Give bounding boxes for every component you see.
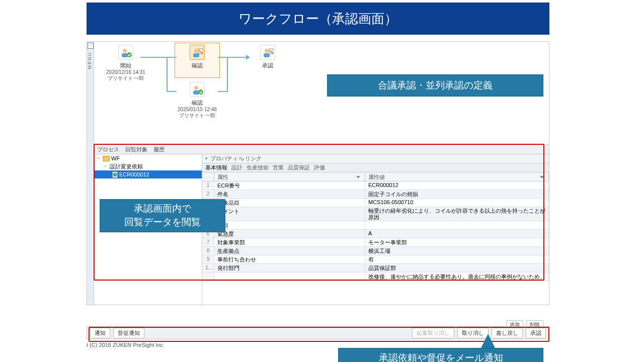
- table-row[interactable]: 4コメント軸受けの経年劣化により、コイルが許容できる以上の熱を持ったことが原因: [202, 207, 549, 221]
- table-row[interactable]: 9事前打ち合わせ有: [202, 255, 549, 264]
- sort-icon[interactable]: [539, 173, 545, 179]
- col-val-header: 属性値: [368, 173, 385, 180]
- table-row[interactable]: 改修後、速やかに納品する必要性あり。過去に同様の事例がないため、: [202, 273, 549, 281]
- wrench-icon: [204, 156, 209, 161]
- row-attr: [214, 273, 365, 281]
- wf-node-label: 確認: [175, 62, 220, 69]
- screen-title: ワークフロー（承認画面）: [87, 3, 549, 35]
- link-icon: [239, 156, 244, 161]
- sort-icon[interactable]: [356, 173, 362, 179]
- table-row[interactable]: 5期日: [202, 221, 549, 230]
- wf-node-label: 承認: [245, 62, 290, 69]
- subtab-eval[interactable]: 評価: [314, 164, 325, 171]
- notify-button[interactable]: 通知: [90, 328, 110, 338]
- process-tabs: プロセス 回覧対象 履歴: [94, 144, 549, 154]
- row-attr: 対象事業部: [214, 238, 365, 246]
- row-val: 有: [365, 255, 549, 263]
- table-row[interactable]: 1ECR番号ECR000012: [202, 182, 549, 190]
- sub-tabs: 基本情報 設計 生産技術 営業 品質保証 評価: [202, 163, 549, 172]
- subtab-basic[interactable]: 基本情報: [205, 164, 227, 171]
- row-attr: 発行部門: [214, 264, 365, 272]
- tree-root[interactable]: − WF: [94, 154, 202, 162]
- person-check-icon: [190, 82, 205, 97]
- table-row[interactable]: 8生産拠点横浜工場: [202, 247, 549, 255]
- table-row[interactable]: 3対象品目MCS106-0500710: [202, 199, 549, 207]
- property-grid: 属性 属性値 1ECR番号ECR0000122件名固定子コイルの焼損3対象品目M…: [202, 172, 549, 305]
- row-num: 8: [202, 247, 214, 255]
- tab-routing[interactable]: 回覧対象: [125, 146, 147, 153]
- row-val: 改修後、速やかに納品する必要性あり。過去に同様の事例がないため、: [365, 273, 549, 281]
- tree-branch[interactable]: − 設計変更依頼: [94, 162, 202, 170]
- callout-pointer: [481, 334, 495, 348]
- tab-link[interactable]: リンク: [245, 155, 262, 162]
- tab-properties[interactable]: プロパティ: [210, 155, 238, 162]
- menu-strap: − MENU: [87, 42, 94, 305]
- subtab-design[interactable]: 設計: [231, 164, 243, 171]
- folder-icon: [103, 156, 110, 161]
- document-icon: [112, 171, 118, 178]
- subtab-production[interactable]: 生産技術: [247, 164, 269, 171]
- row-attr: ECR番号: [214, 182, 365, 190]
- subtab-qa[interactable]: 品質保証: [288, 164, 310, 171]
- col-attr-header: 属性: [217, 173, 228, 180]
- svg-point-0: [123, 49, 127, 53]
- wf-node-start[interactable]: 開始 2020/12/16 14:31 プリサイト 一郎: [103, 45, 148, 82]
- wf-node-approve[interactable]: 承認: [245, 45, 290, 69]
- remind-button[interactable]: 督促通知: [113, 328, 144, 338]
- callout-mail-notify: 承認依頼や督促をメール通知: [338, 348, 543, 362]
- svg-point-8: [198, 89, 203, 95]
- revoke-button: 起案取り消し: [412, 328, 454, 338]
- row-val: モーター事業部: [365, 238, 549, 246]
- tab-process[interactable]: プロセス: [97, 146, 119, 153]
- person-edit-icon: [190, 45, 205, 60]
- person-check-icon: [118, 45, 133, 60]
- tree-leaf-selected[interactable]: ECR000012: [94, 170, 202, 178]
- subtab-sales[interactable]: 営業: [273, 164, 284, 171]
- row-val: 固定子コイルの焼損: [365, 190, 549, 198]
- callout-browse-data: 承認画面内で 回覧データを閲覧: [100, 199, 225, 232]
- table-row[interactable]: 10発行部門品質保証部: [202, 264, 549, 273]
- right-pane: プロパティ リンク 基本情報 設計 生産技術 営業 品質保証 評価 属性: [202, 154, 549, 305]
- wf-node-label: 確認: [175, 99, 220, 107]
- row-val: A: [365, 230, 549, 238]
- svg-point-6: [194, 86, 198, 90]
- wf-node-label: 開始: [103, 62, 148, 69]
- row-attr: 緊急度: [214, 230, 365, 238]
- row-num: 1: [202, 182, 214, 190]
- row-val: 軸受けの経年劣化により、コイルが許容できる以上の熱を持ったことが原因: [365, 207, 549, 221]
- approve-button[interactable]: 承認: [526, 328, 546, 338]
- row-attr: 生産拠点: [214, 247, 365, 255]
- svg-point-2: [127, 52, 132, 57]
- row-attr: 件名: [214, 190, 365, 198]
- table-row[interactable]: 6緊急度A: [202, 230, 549, 238]
- svg-point-9: [265, 49, 269, 53]
- row-num: [202, 273, 214, 281]
- row-num: 2: [202, 190, 214, 198]
- right-tabs: プロパティ リンク: [202, 154, 549, 163]
- wf-node-confirm-2[interactable]: 確認 2025/01/15 12:48 プリサイト 一郎: [175, 82, 220, 119]
- person-edit-icon: [260, 45, 275, 60]
- row-num: 7: [202, 238, 214, 246]
- row-attr: 事前打ち合わせ: [214, 255, 365, 263]
- table-row[interactable]: 2件名固定子コイルの焼損: [202, 190, 549, 199]
- row-attr: 対象品目: [214, 199, 365, 207]
- row-val: 横浜工場: [365, 247, 549, 255]
- row-val: MCS106-0500710: [365, 199, 549, 207]
- svg-rect-4: [193, 53, 199, 57]
- action-bar: 通知 督促通知 起案取り消し 取り消し 差し戻し 承認: [87, 326, 549, 339]
- tab-history[interactable]: 履歴: [153, 146, 165, 153]
- copyright: t (C) 2016 ZUKEN PreSight Inc: [87, 342, 163, 348]
- row-num: 9: [202, 255, 214, 263]
- menu-label: MENU: [87, 52, 92, 69]
- svg-point-3: [194, 49, 198, 53]
- callout-parallel-approval: 合議承認・並列承認の定義: [327, 74, 543, 97]
- sendback-button[interactable]: 差し戻し: [492, 328, 523, 338]
- svg-rect-10: [264, 53, 270, 57]
- table-row[interactable]: 7対象事業部モーター事業部: [202, 238, 549, 247]
- row-num: 10: [202, 264, 214, 272]
- row-attr: コメント: [214, 207, 365, 221]
- row-val: 品質保証部: [365, 264, 549, 272]
- menu-toggle-icon[interactable]: −: [88, 43, 94, 49]
- row-val: ECR000012: [365, 182, 549, 190]
- wf-node-confirm-1[interactable]: 確認: [175, 45, 220, 69]
